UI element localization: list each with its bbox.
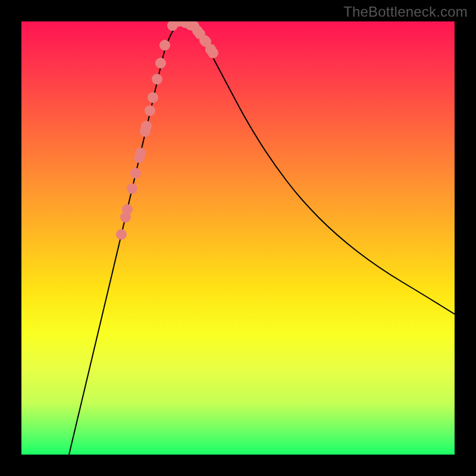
data-point bbox=[130, 168, 141, 178]
watermark-text: TheBottleneck.com bbox=[343, 4, 468, 20]
data-point bbox=[148, 92, 158, 103]
data-point bbox=[135, 148, 146, 158]
data-point bbox=[155, 58, 166, 68]
data-point bbox=[122, 204, 133, 215]
plot-area bbox=[21, 21, 455, 455]
data-point bbox=[159, 40, 170, 51]
data-point bbox=[116, 229, 127, 240]
plot-svg bbox=[21, 21, 455, 455]
data-point bbox=[141, 121, 152, 131]
data-point bbox=[145, 105, 155, 116]
chart-frame: TheBottleneck.com bbox=[0, 0, 476, 476]
data-point bbox=[208, 48, 218, 58]
bottleneck-curve bbox=[69, 22, 455, 455]
data-point bbox=[127, 183, 137, 194]
data-point bbox=[152, 74, 162, 84]
